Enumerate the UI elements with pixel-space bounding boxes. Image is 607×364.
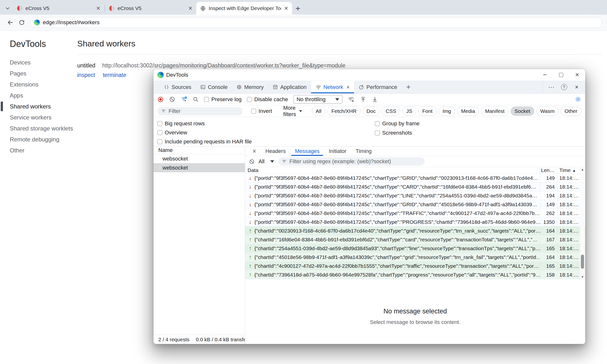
address-input[interactable] <box>43 19 598 26</box>
message-row[interactable]: {"portId":"9f3f5697-60b4-46b7-8e60-89f4b… <box>245 191 585 200</box>
resource-type-pill[interactable]: Wasm <box>536 106 559 116</box>
clear-messages-button[interactable] <box>249 159 255 164</box>
include-pending-checkbox[interactable]: Include pending requests in HAR file <box>157 137 375 146</box>
resource-type-pill[interactable]: CSS <box>382 106 400 116</box>
message-row[interactable]: {"chartId":"4c900127-47d2-497a-ac4d-22f0… <box>245 262 585 271</box>
resource-type-pill[interactable]: Other <box>561 106 581 116</box>
sidebar-item[interactable]: Remote debugging <box>0 134 73 145</box>
scrollbar-thumb[interactable] <box>581 255 584 269</box>
resource-type-pill[interactable]: Media <box>457 106 479 116</box>
request-row[interactable]: websocket <box>153 154 245 163</box>
address-bar[interactable] <box>30 17 602 28</box>
disable-cache-checkbox[interactable]: Disable cache <box>247 96 288 103</box>
tab-performance[interactable]: Performance <box>354 81 401 93</box>
message-row[interactable]: {"portId":"9f3f5697-60b4-46b7-8e60-89f4b… <box>245 182 585 191</box>
tab-search-button[interactable] <box>2 2 13 15</box>
tab-memory[interactable]: Memory <box>232 81 268 93</box>
tab-close-icon[interactable]: × <box>96 5 100 12</box>
resource-type-pill[interactable]: Font <box>418 106 436 116</box>
clear-network-log-button[interactable] <box>169 96 175 102</box>
sidebar-item[interactable]: Other <box>0 145 73 156</box>
add-panel-button[interactable]: + <box>401 81 415 93</box>
scroll-down-icon[interactable]: ▼ <box>581 275 584 278</box>
import-har-button[interactable] <box>360 96 366 103</box>
inspect-link[interactable]: inspect <box>77 72 95 78</box>
message-row[interactable]: {"chartId":"7396418d-a675-46dd-9b60-964e… <box>245 271 585 279</box>
resource-type-pill[interactable]: JS <box>402 106 416 116</box>
tab-application[interactable]: Application <box>268 81 311 93</box>
message-row[interactable]: {"chartId":"45018e56-98b9-471f-adf1-a3f9… <box>245 253 585 262</box>
group-by-frame-checkbox[interactable]: Group by frame <box>375 119 420 128</box>
sidebar-item[interactable]: Apps <box>0 90 73 101</box>
close-tab-icon[interactable]: × <box>346 84 350 90</box>
message-panel-tab[interactable]: Messages <box>290 147 324 156</box>
overview-checkbox[interactable]: Overview <box>157 128 375 137</box>
tab-close-icon[interactable]: × <box>188 5 192 12</box>
message-direction-select[interactable]: All <box>259 158 274 165</box>
message-row[interactable]: {"chartId":"00230913-f168-4c66-87f0-da6b… <box>245 226 585 235</box>
maximize-button[interactable] <box>553 69 569 81</box>
sidebar-item[interactable]: Extensions <box>0 79 73 90</box>
messages-scrollbar[interactable]: ▲ ▼ <box>580 167 585 279</box>
sidebar-item[interactable]: Shared workers <box>0 101 73 112</box>
request-filter-field[interactable] <box>157 107 242 115</box>
message-row[interactable]: {"portId":"9f3f5697-60b4-46b7-8e60-89f4b… <box>245 209 585 218</box>
sidebar-item[interactable]: Service workers <box>0 112 73 123</box>
message-row[interactable]: {"portId":"9f3f5697-60b4-46b7-8e60-89f4b… <box>245 218 585 226</box>
back-button[interactable] <box>5 17 16 28</box>
network-filter-toggle-button[interactable] <box>181 96 187 103</box>
resource-type-pill[interactable]: Manifest <box>481 106 508 116</box>
sidebar-item[interactable]: Pages <box>0 68 73 79</box>
close-devtools-button[interactable]: × <box>571 82 582 93</box>
browser-tab-inspect[interactable]: Inspect with Edge Developer Tools × <box>196 2 292 15</box>
column-header-data[interactable]: Data <box>245 167 540 173</box>
column-header-time[interactable]: Time ▲ <box>557 167 581 173</box>
message-panel-tab[interactable]: Initiator <box>324 147 351 156</box>
request-filter-input[interactable] <box>169 108 239 114</box>
devtools-titlebar[interactable]: DevTools − × <box>153 69 585 81</box>
message-row[interactable]: {"portId":"9f3f5697-60b4-46b7-8e60-89f4b… <box>245 174 585 182</box>
network-conditions-button[interactable] <box>348 96 355 103</box>
screenshots-checkbox[interactable]: Screenshots <box>375 128 420 138</box>
message-row[interactable]: {"chartId":"254a4551-039d-4bd2-ae59-d8d9… <box>245 244 585 253</box>
tab-close-icon[interactable]: × <box>284 5 288 12</box>
requests-name-header[interactable]: Name <box>153 147 245 154</box>
refresh-button[interactable] <box>16 17 27 28</box>
resource-type-pill[interactable]: Img <box>439 106 455 116</box>
new-tab-button[interactable]: + <box>292 2 304 15</box>
request-row[interactable]: websocket <box>153 163 245 172</box>
message-row[interactable]: {"portId":"9f3f5697-60b4-46b7-8e60-89f4b… <box>245 200 585 209</box>
close-detail-icon[interactable]: × <box>248 147 261 156</box>
resource-type-pill[interactable]: All <box>312 106 325 116</box>
record-stop-button[interactable] <box>157 96 164 103</box>
sidebar-item[interactable]: Devices <box>0 57 73 68</box>
big-request-rows-checkbox[interactable]: Big request rows <box>157 119 375 128</box>
resource-type-pill[interactable]: Doc <box>363 106 380 116</box>
preserve-log-checkbox[interactable]: Preserve log <box>204 96 242 103</box>
message-regex-field[interactable] <box>278 157 425 166</box>
tab-sources[interactable]: Sources <box>159 81 196 93</box>
close-window-button[interactable]: × <box>569 69 585 81</box>
throttling-select[interactable]: No throttling <box>293 95 342 104</box>
resource-type-pill[interactable]: Socket <box>511 106 534 116</box>
scroll-up-icon[interactable]: ▲ <box>581 168 584 171</box>
message-regex-input[interactable] <box>289 158 421 165</box>
invert-filter-checkbox[interactable]: Invert <box>251 108 272 114</box>
resource-type-pill[interactable]: Fetch/XHR <box>328 106 360 116</box>
network-settings-button[interactable] <box>575 96 581 103</box>
browser-tab-ecross-2[interactable]: eCross V5 × <box>105 2 196 15</box>
more-filters-button[interactable]: More filters <box>283 105 302 117</box>
more-menu-button[interactable]: ··· <box>546 82 557 93</box>
column-header-length[interactable]: Len… <box>540 167 557 173</box>
sidebar-item[interactable]: Shared storage worklets <box>0 123 73 134</box>
terminate-link[interactable]: terminate <box>103 72 126 78</box>
minimize-button[interactable]: − <box>537 69 553 81</box>
export-har-button[interactable] <box>372 96 378 103</box>
message-panel-tab[interactable]: Headers <box>261 147 290 156</box>
search-network-button[interactable] <box>193 96 199 102</box>
browser-tab-ecross-1[interactable]: eCross V5 × <box>13 2 104 15</box>
tab-network[interactable]: Network × <box>311 81 354 93</box>
message-panel-tab[interactable]: Timing <box>351 147 376 156</box>
help-button[interactable]: ? <box>558 82 570 93</box>
message-row[interactable]: {"chartId":"16fd6e04-8384-4bb5-b91f-ebd3… <box>245 235 585 244</box>
